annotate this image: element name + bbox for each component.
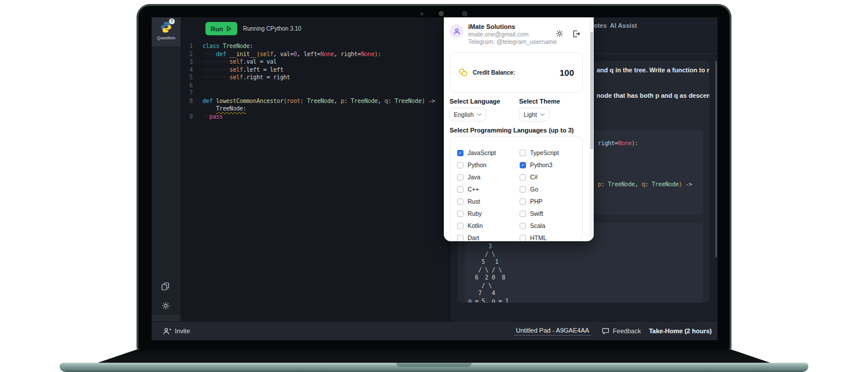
run-button-label: Run [211,25,223,32]
line-number: 5 [181,74,203,82]
language-option-kotlin[interactable]: Kotlin [457,222,520,229]
checkbox-icon[interactable] [520,150,526,156]
account-name: iMate Solutions [468,23,515,30]
copy-button[interactable] [161,282,170,293]
settings-button[interactable] [161,301,170,312]
language-select[interactable]: English [450,108,486,121]
language-option-label: Rust [468,198,480,205]
language-option-c[interactable]: C# [520,174,582,181]
language-option-ruby[interactable]: Ruby [457,210,520,217]
account-settings-popup: iMate Solutions imate.one@gmail.com Tele… [444,17,594,241]
language-option-python[interactable]: Python [457,161,520,168]
code-text: ········self.right = right [203,74,290,82]
theme-select-value: Light [524,111,537,118]
code-text: ····def __init__(self, val=0, left=None,… [203,51,381,59]
feedback-label: Feedback [613,327,641,334]
play-icon [226,25,232,32]
checkbox-icon[interactable] [520,198,526,205]
language-option-label: Ruby [468,210,482,217]
code-text: class TreeNode: [203,43,253,51]
code-line[interactable]: 1class TreeNode: [181,43,450,51]
avatar [450,24,464,38]
invite-label: Invite [175,327,190,334]
language-option-label: HTML [530,234,547,241]
credit-balance-label: Credit Balance: [473,69,515,76]
line-number: 8 [181,98,203,106]
language-option-label: Dart [468,234,479,241]
line-number: 7 [181,90,203,98]
popup-settings-button[interactable] [556,30,564,40]
tab-ai-assist[interactable]: AI Assist [610,22,637,29]
language-option-scala[interactable]: Scala [520,222,582,229]
code-fragment-2: p: TreeNode, q: TreeNode) -> [598,181,692,187]
laptop-mockup: ? Question [0,0,868,372]
code-line[interactable]: 4········self.left = left [181,67,450,75]
add-user-icon [163,327,171,335]
pad-title-field[interactable]: Untitled Pad - A9GAE4AA [514,327,592,336]
checkbox-icon[interactable] [457,235,464,241]
language-option-typescript[interactable]: TypeScript [520,149,582,156]
checkbox-icon[interactable] [520,223,526,229]
person-icon [453,28,461,35]
language-option-label: JavaScript [468,149,496,156]
language-option-label: Go [530,186,538,193]
theme-select[interactable]: Light [519,108,550,121]
laptop-base [60,363,808,372]
question-badge-icon: ? [169,19,175,24]
feedback-button[interactable]: Feedback [602,327,641,334]
checkbox-checked-icon[interactable]: ✓ [520,162,526,168]
popup-scrollbar-track[interactable] [590,17,594,241]
question-text-line1: and q in the tree. Write a function to r… [597,67,709,73]
checkbox-checked-icon[interactable]: ✓ [457,150,464,156]
coderpad-app: ? Question [152,17,718,340]
code-line[interactable]: 9··pass [181,113,450,121]
code-line[interactable]: 3········self.val = val [181,58,450,67]
language-option-php[interactable]: PHP [520,198,582,205]
checkbox-icon[interactable] [457,198,464,205]
language-option-c[interactable]: C++ [457,186,520,193]
language-option-label: C++ [468,186,479,193]
checkbox-icon[interactable] [520,211,526,217]
language-option-label: Kotlin [468,222,483,229]
language-option-label: Java [468,174,480,181]
code-line[interactable]: 2····def __init__(self, val=0, left=None… [181,51,450,59]
code-lines[interactable]: 1class TreeNode:2····def __init__(self, … [181,43,450,121]
code-line[interactable]: 5········self.right = right [181,74,450,82]
chat-bubble-icon [602,327,609,334]
checkbox-icon[interactable] [520,186,526,193]
line-number: 9 [181,113,203,121]
code-text: ··pass [203,113,223,121]
question-text-line2: node that has both p and q as descendant… [597,92,709,99]
language-option-java[interactable]: Java [457,174,520,181]
language-option-dart[interactable]: Dart [457,234,520,241]
language-option-swift[interactable]: Swift [520,210,582,217]
programming-languages-label: Select Programming Languages (up to 3) [450,127,574,134]
invite-button[interactable]: Invite [163,327,190,335]
language-option-javascript[interactable]: ✓JavaScript [457,149,520,156]
language-option-label: Swift [530,210,543,217]
copy-icon [161,282,170,290]
language-option-html[interactable]: HTML [520,234,582,241]
language-option-go[interactable]: Go [520,186,582,193]
checkbox-icon[interactable] [457,174,464,181]
checkbox-icon[interactable] [457,223,464,229]
checkbox-icon[interactable] [457,211,464,217]
sidebar-item-question[interactable]: ? Question [152,17,181,46]
code-line[interactable]: TreeNode: [181,105,450,113]
checkbox-icon[interactable] [457,162,464,168]
checkbox-icon[interactable] [520,174,526,181]
checkbox-icon[interactable] [457,186,464,193]
code-editor-pane[interactable]: Run Running CPython 3.10 1class TreeNode… [181,17,450,321]
line-number: 1 [181,43,203,51]
checkbox-icon[interactable] [520,235,526,241]
code-line[interactable]: 6 [181,82,450,90]
run-button[interactable]: Run [205,22,237,35]
logout-button[interactable] [572,30,580,40]
popup-scrollbar-thumb[interactable] [590,32,593,149]
language-option-rust[interactable]: Rust [457,198,520,205]
code-line[interactable]: 7 [181,90,450,98]
code-line[interactable]: 8def lowestCommonAncestor(root: TreeNode… [181,98,450,106]
language-option-python3[interactable]: ✓Python3 [520,161,582,168]
language-option-label: Python [468,161,487,168]
panel-scrollbar[interactable] [715,61,717,257]
